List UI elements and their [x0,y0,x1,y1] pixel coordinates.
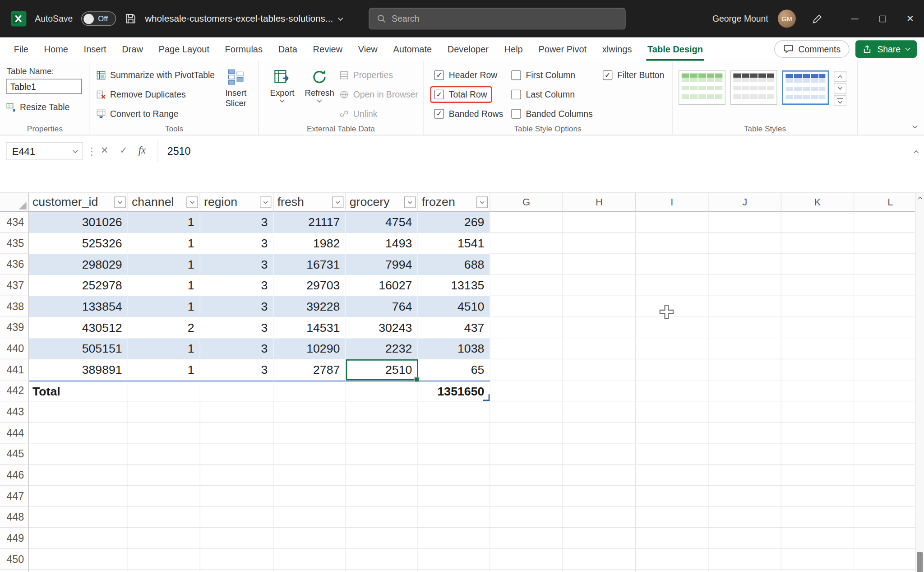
table-style-thumbnail-gray[interactable] [730,70,777,105]
column-header-channel[interactable]: channel [128,193,200,212]
tab-table-design[interactable]: Table Design [640,37,711,61]
cell[interactable] [854,381,924,402]
cell[interactable]: 1 [128,275,200,296]
cell[interactable]: 3 [200,338,274,359]
cell[interactable] [781,212,854,233]
scroll-up-button[interactable] [915,193,924,203]
row-number-440[interactable]: 440 [0,338,29,359]
editor-pen-icon[interactable] [812,13,823,24]
cell[interactable] [29,570,128,572]
cell[interactable] [709,381,781,402]
cell[interactable]: 7994 [346,254,418,275]
cell[interactable] [636,465,708,486]
formula-bar-collapse-button[interactable] [915,146,918,157]
cell[interactable] [636,444,708,465]
cell[interactable]: 505151 [29,338,128,359]
cell[interactable]: 3 [200,317,274,339]
cell[interactable] [490,338,563,359]
cell[interactable] [418,549,490,570]
cell[interactable] [418,528,490,549]
cell[interactable]: 3 [200,212,274,233]
cell[interactable] [563,423,636,444]
cell[interactable] [563,317,636,339]
cell[interactable] [418,401,490,423]
cell[interactable] [781,233,854,254]
cell[interactable] [781,381,854,402]
cell[interactable]: 3 [200,296,274,317]
cell[interactable]: 1 [128,254,200,275]
cell[interactable] [200,381,274,402]
cell[interactable] [563,296,636,317]
cell[interactable] [418,486,490,507]
cell[interactable] [418,570,490,572]
cell[interactable] [128,507,200,528]
tab-formulas[interactable]: Formulas [217,37,270,61]
cell[interactable] [128,570,200,572]
row-number-443[interactable]: 443 [0,401,29,423]
cell[interactable] [490,233,563,254]
cell[interactable] [200,528,274,549]
cell[interactable] [563,528,636,549]
row-number-438[interactable]: 438 [0,296,29,317]
search-box[interactable]: Search [369,8,625,29]
cell[interactable] [200,486,274,507]
cell[interactable] [346,570,418,572]
cell[interactable] [346,423,418,444]
cell[interactable]: 2787 [274,359,346,381]
cell[interactable] [854,465,924,486]
checkbox-total-row[interactable]: ✓Total Row [434,90,487,99]
name-box-dropdown-icon[interactable] [73,148,78,153]
cell[interactable] [490,486,563,507]
cell[interactable] [490,317,563,339]
cell[interactable]: 430512 [29,317,128,339]
cell[interactable] [490,549,563,570]
cell[interactable]: 2 [128,317,200,339]
cell[interactable]: 30243 [346,317,418,339]
cell[interactable]: 16731 [274,254,346,275]
autosave-toggle[interactable]: Off [81,11,116,26]
cell[interactable] [128,423,200,444]
remove-duplicates-button[interactable]: Remove Duplicates [96,86,215,102]
cell[interactable]: 688 [418,254,490,275]
cell[interactable]: 298029 [29,254,128,275]
row-number-442[interactable]: 442 [0,381,29,402]
tab-page-layout[interactable]: Page Layout [151,37,217,61]
cell[interactable] [128,444,200,465]
cell[interactable] [636,528,708,549]
row-number-434[interactable]: 434 [0,212,29,233]
cell[interactable] [200,423,274,444]
cell[interactable] [418,507,490,528]
tab-review[interactable]: Review [305,37,350,61]
cell[interactable] [200,549,274,570]
column-header-customer_id[interactable]: customer_id [29,193,128,212]
cell[interactable] [636,338,708,359]
cell[interactable] [781,317,854,339]
cell[interactable] [563,570,636,572]
cell[interactable] [563,254,636,275]
cell[interactable]: 3 [200,275,274,296]
checkbox-first-column[interactable]: First Column [511,70,575,80]
cell[interactable] [636,212,708,233]
cell[interactable]: 133854 [29,296,128,317]
row-number-436[interactable]: 436 [0,254,29,275]
cell[interactable] [346,507,418,528]
tab-insert[interactable]: Insert [76,37,114,61]
cell[interactable] [563,444,636,465]
cell[interactable] [781,486,854,507]
checkbox-banded-columns[interactable]: Banded Columns [511,109,592,118]
cell[interactable] [346,401,418,423]
cell[interactable] [854,507,924,528]
row-number-447[interactable]: 447 [0,486,29,507]
cell[interactable] [854,444,924,465]
cell[interactable] [490,570,563,572]
table-style-thumbnail-green[interactable] [679,70,725,105]
cell[interactable] [781,359,854,381]
resize-table-button[interactable]: Resize Table [6,99,85,115]
cell[interactable] [274,549,346,570]
row-number-435[interactable]: 435 [0,233,29,254]
cell[interactable]: 2232 [346,338,418,359]
total-label-cell[interactable]: Total [29,381,128,402]
row-number-450[interactable]: 450 [0,549,29,570]
cell[interactable] [490,359,563,381]
share-button[interactable]: Share [855,40,917,58]
